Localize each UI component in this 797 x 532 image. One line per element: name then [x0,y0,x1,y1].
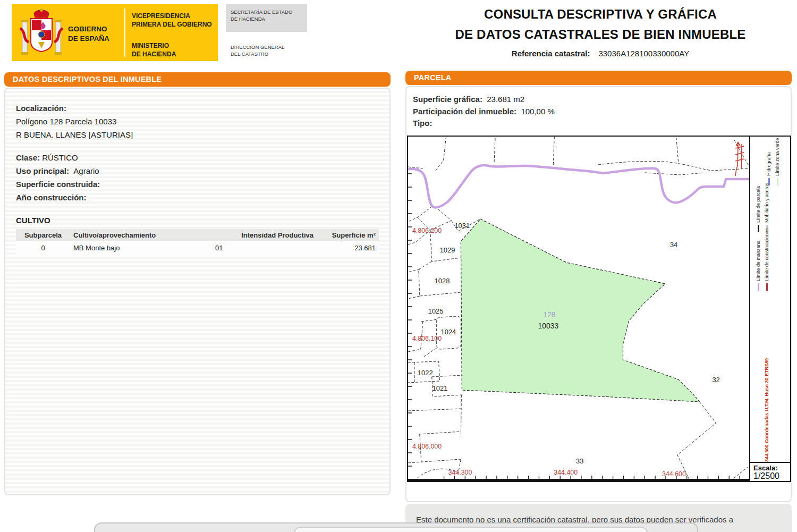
highlight-parcel-polygon [461,219,699,402]
utm-coordinate-note: 344.600 Coordenadas U.T.M. Huso 30 ETRS8… [764,358,769,462]
title-line2: DE DATOS CATASTRALES DE BIEN INMUEBLE [409,24,792,45]
datos-descriptivos-body: Localización: Polígono 128 Parcela 10033… [4,88,391,495]
parcel-label: 1025 [428,307,444,315]
government-line2: DE ESPAÑA [68,35,109,43]
referencia-row: Referencia catastral:33036A128100330000A… [409,49,792,58]
utm-coord-left: 4.806.200 [412,227,442,234]
block-limit-swatch-icon [758,283,759,291]
superficie-construida-label: Superficie construida: [16,180,100,189]
uso-label: Uso principal: [16,166,69,175]
parcel-label: 33 [576,457,583,465]
legend-item-zona-verde: Límite zona verde [775,138,780,185]
green-zone-swatch-icon [777,178,778,185]
parcel-label: 1031 [454,222,470,230]
participacion-value: 100,00 % [521,107,554,116]
utm-coord-bottom: 344.300 [448,469,472,476]
highlight-parcel-number: 10033 [538,322,558,330]
legend-item-limite-manzana: Límite de manzana [756,240,761,291]
gobierno-logo-box: GOBIERNO DE ESPAÑA VICEPRESIDENCIA PRIME… [12,4,218,61]
map-canvas: 1031 1029 1028 1025 1024 1022 1021 34 33… [408,137,749,481]
parcel-label: 1024 [441,328,456,336]
col-superficie: Superficie m² [317,229,379,241]
parcela-info: Superficie gráfica: 23.681 m2 Participac… [413,94,555,130]
ministerio-label: MINISTERIO DE HACIENDA [132,41,176,58]
document-title: CONSULTA DESCRIPTIVA Y GRÁFICA DE DATOS … [409,4,792,58]
cadastral-map: 1031 1029 1028 1025 1024 1022 1021 34 33… [407,136,791,482]
scale-value: 1/2500 [753,472,790,480]
utm-coord-bottom: 344.400 [554,469,578,476]
tipo-label: Tipo: [413,119,432,128]
parcel-label: 34 [670,241,677,249]
parcela-panel: PARCELA Superficie gráfica: 23.681 m2 Pa… [405,71,792,502]
legend-item-hidrografia: Hidrografía [766,152,771,185]
col-cultivo: Cultivo/aprovechamiento [70,229,212,241]
construction-limit-swatch-icon [766,283,768,291]
cell-subparcela: 0 [16,241,70,255]
clase-value: RÚSTICO [42,153,78,162]
anio-construccion-label: Año construcción: [16,193,87,202]
superficie-grafica-label: Superficie gráfica: [413,95,482,104]
legend-item-limite-construcciones: Límite de construcciones [764,228,769,291]
cultivo-title: CULTIVO [16,216,379,225]
col-subparcela: Subparcela [16,229,70,241]
parcel-label: 32 [712,376,719,384]
direccion-general-label: DIRECCIÓN GENERAL DEL CATASTRO [231,44,284,58]
cell-intensidad: 01 [212,241,317,255]
title-line1: CONSULTA DESCRIPTIVA Y GRÁFICA [409,4,792,24]
participacion-label: Participación del inmueble: [413,107,516,116]
spain-coat-of-arms-icon [18,7,65,60]
cultivo-header-row: Subparcela Cultivo/aprovechamiento Inten… [16,229,379,241]
map-legend: Hidrografía Límite zona verde Límite de … [749,137,790,481]
parcel-label: 1028 [435,277,450,285]
government-line1: GOBIERNO [68,25,107,33]
superficie-grafica-value: 23.681 m2 [487,95,524,104]
parcel-label: 1022 [418,369,433,377]
table-row: 0 MB Monte bajo 01 23.681 [16,241,379,255]
uso-value: Agrario [73,166,99,175]
cell-superficie: 23.681 [317,241,379,255]
vicepresidencia-label: VICEPRESIDENCIA PRIMERA DEL GOBIERNO [132,12,212,29]
clipped-bottom-button[interactable] [294,527,648,532]
cultivo-table: Subparcela Cultivo/aprovechamiento Inten… [16,229,379,255]
referencia-label: Referencia catastral: [512,49,590,58]
hydrography-line [408,165,749,208]
datos-descriptivos-header: DATOS DESCRIPTIVOS DEL INMUEBLE [4,72,391,87]
localizacion-label: Localización: [16,104,66,113]
utm-coord-left: 4.806.000 [412,443,442,450]
legend-item-limite-parcela: Límite de parcela [756,186,761,232]
parcela-header: PARCELA [405,71,792,85]
utm-coord-bottom: 344.600 [662,470,686,478]
col-intensidad: Intensidad Productiva [212,229,317,241]
cell-cultivo: MB Monte bajo [70,241,212,255]
parcel-limit-swatch-icon [758,225,759,232]
utm-coord-left: 4.806.100 [412,335,442,342]
clase-label: Clase: [16,153,40,162]
legend-item-mobiliario: Mobiliario y aceras [764,183,769,232]
construction-boundary-marks [735,142,744,176]
scale-label: Escala: [753,464,790,472]
secretaria-box: SECRETARÍA DE ESTADO DE HACIENDA [226,4,307,32]
localizacion-line2: R BUENA. LLANES [ASTURIAS] [16,128,379,141]
localizacion-line1: Polígono 128 Parcela 10033 [16,115,379,128]
government-name: GOBIERNO DE ESPAÑA [68,24,109,43]
parcel-label: 1021 [433,384,448,392]
referencia-value: 33036A128100330000AY [598,49,689,58]
logo-divider [124,9,125,57]
parcela-body: Superficie gráfica: 23.681 m2 Participac… [405,86,792,502]
highlight-polygon-number: 128 [543,310,555,319]
datos-descriptivos-panel: DATOS DESCRIPTIVOS DEL INMUEBLE Localiza… [4,72,391,495]
scale-box: Escala: 1/2500 [750,462,790,481]
parcel-label: 1029 [440,246,455,254]
